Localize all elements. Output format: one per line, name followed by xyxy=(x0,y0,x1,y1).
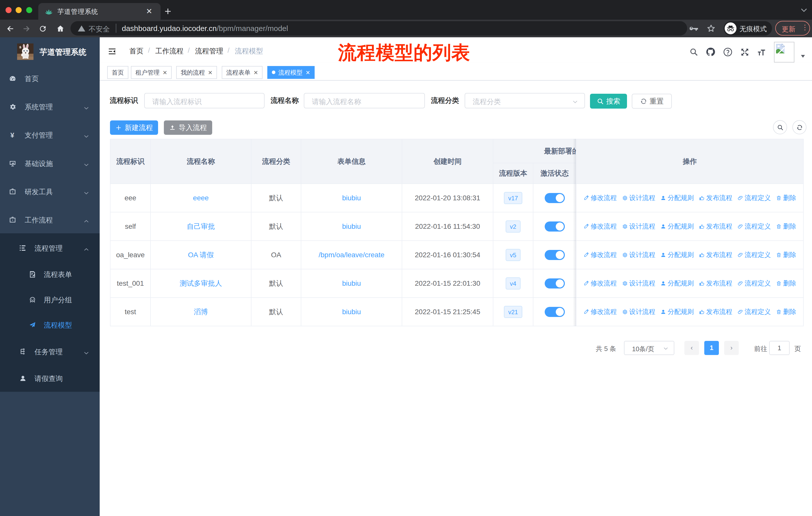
svg-text:¥: ¥ xyxy=(10,131,14,139)
